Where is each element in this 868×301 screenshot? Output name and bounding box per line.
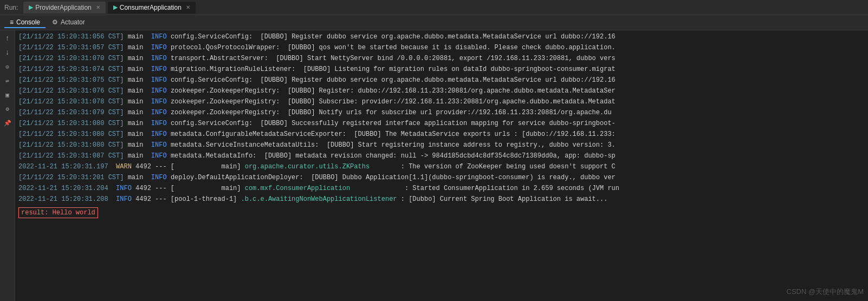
consumer-tab-icon: ▶ (113, 4, 118, 11)
log-line: [21/11/22 15:20:31:078 CST] main INFO zo… (15, 96, 868, 107)
scroll-down-button[interactable]: ↓ (2, 47, 14, 58)
actuator-label: Actuator (61, 18, 85, 26)
log-line-started: 2022-11-21 15:20:31.204 INFO 4492 --- [ … (15, 183, 868, 194)
main-area: ↑ ↓ ⊙ ⇌ ▣ ⚙ 📌 [21/11/22 15:20:31:056 CST… (0, 30, 868, 301)
consumer-tab-label: ConsumerApplication (120, 4, 182, 11)
log-line: [21/11/22 15:20:31:056 CST] main INFO co… (15, 31, 868, 42)
log-line: [21/11/22 15:20:31:080 CST] main INFO me… (15, 129, 868, 140)
provider-tab-label: ProviderApplication (35, 4, 91, 11)
log-line: [21/11/22 15:20:31:087 CST] main INFO me… (15, 150, 868, 161)
log-line-warn: 2022-11-21 15:20:31.197 WARN 4492 --- [ … (15, 161, 868, 172)
log-line: [21/11/22 15:20:31:057 CST] main INFO pr… (15, 42, 868, 53)
toolbar: ≡ Console ⚙ Actuator (0, 15, 868, 30)
log-line: [21/11/22 15:20:31:079 CST] main INFO zo… (15, 107, 868, 118)
settings-button[interactable]: ⚙ (2, 103, 14, 115)
sidebar: ↑ ↓ ⊙ ⇌ ▣ ⚙ 📌 (0, 30, 15, 301)
log-line-awaiting: 2022-11-21 15:20:31.208 INFO 4492 --- [p… (15, 194, 868, 205)
log-line: [21/11/22 15:20:31:075 CST] main INFO co… (15, 75, 868, 86)
provider-tab-close[interactable]: ✕ (96, 4, 100, 10)
log-line: [21/11/22 15:20:31:201 CST] main INFO de… (15, 172, 868, 183)
actuator-icon: ⚙ (52, 18, 58, 26)
console-output[interactable]: [21/11/22 15:20:31:056 CST] main INFO co… (15, 30, 868, 301)
result-line: result: Hello world (15, 207, 868, 219)
consumer-tab[interactable]: ▶ ConsumerApplication ✕ (108, 2, 196, 14)
run-label: Run: (4, 4, 18, 11)
console-icon: ≡ (10, 18, 14, 26)
screenshot-button[interactable]: ⊙ (2, 61, 14, 73)
log-line: [21/11/22 15:20:31:070 CST] main INFO tr… (15, 53, 868, 64)
provider-tab[interactable]: ▶ ProviderApplication ✕ (23, 2, 105, 14)
provider-tab-icon: ▶ (29, 4, 33, 11)
log-line: [21/11/22 15:20:31:080 CST] main INFO me… (15, 140, 868, 150)
watermark: CSDN @天使中的魔鬼M (787, 287, 864, 297)
actuator-tab[interactable]: ⚙ Actuator (47, 17, 90, 28)
log-line: [21/11/22 15:20:31:076 CST] main INFO zo… (15, 86, 868, 96)
console-label: Console (16, 18, 40, 26)
run-bar: Run: ▶ ProviderApplication ✕ ▶ ConsumerA… (0, 0, 868, 15)
wrap-button[interactable]: ⇌ (2, 75, 14, 87)
result-text: result: Hello world (18, 207, 98, 218)
log-line: [21/11/22 15:20:31:074 CST] main INFO mi… (15, 64, 868, 75)
console-tab[interactable]: ≡ Console (4, 17, 46, 28)
pin-button[interactable]: 📌 (2, 117, 14, 129)
scroll-up-button[interactable]: ↑ (2, 32, 14, 44)
log-line: [21/11/22 15:20:31:080 CST] main INFO co… (15, 118, 868, 129)
clear-button[interactable]: ▣ (2, 89, 14, 101)
consumer-tab-close[interactable]: ✕ (186, 4, 190, 10)
